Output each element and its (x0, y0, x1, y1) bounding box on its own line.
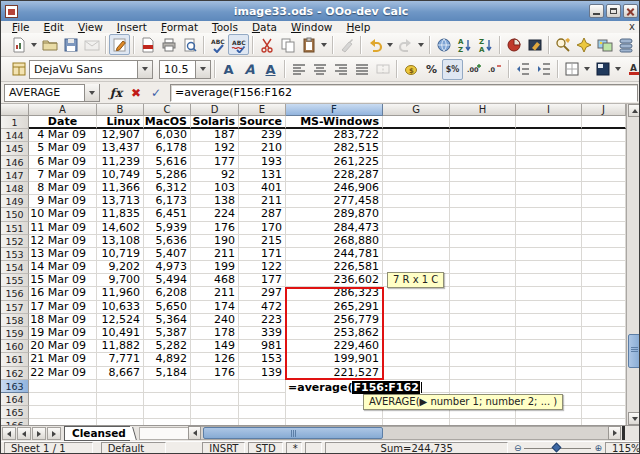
cell-I157[interactable] (516, 301, 582, 314)
cell-C160[interactable]: 5,282 (144, 340, 191, 353)
cell-E159[interactable]: 339 (239, 327, 286, 340)
cell-I156[interactable] (516, 287, 582, 300)
row-header-157[interactable]: 157 (1, 301, 29, 314)
row-header-154[interactable]: 154 (1, 261, 29, 274)
cell-C161[interactable]: 4,892 (144, 353, 191, 366)
cell-I162[interactable] (516, 367, 582, 380)
column-header-I[interactable]: I (516, 104, 582, 116)
row-header-158[interactable]: 158 (1, 314, 29, 327)
paste-icon[interactable] (298, 34, 319, 55)
cell-D146[interactable]: 177 (191, 156, 239, 169)
cell-I148[interactable] (516, 182, 582, 195)
cell-I160[interactable] (516, 340, 582, 353)
zoom-level[interactable]: 115% (605, 442, 640, 454)
cell-G161[interactable] (383, 353, 450, 366)
page-preview-icon[interactable] (179, 34, 200, 55)
cell-G146[interactable] (383, 156, 450, 169)
align-justified-icon[interactable] (351, 59, 372, 80)
column-header-H[interactable]: H (450, 104, 516, 116)
cell-J147[interactable] (582, 169, 626, 182)
cell-D161[interactable]: 126 (191, 353, 239, 366)
open-icon[interactable] (39, 34, 60, 55)
cell-B147[interactable]: 10,749 (97, 169, 144, 182)
cell-F152[interactable]: 268,880 (286, 235, 383, 248)
menu-help[interactable]: Help (339, 21, 377, 33)
underline-icon[interactable]: A (260, 59, 281, 80)
cell-I155[interactable] (516, 274, 582, 287)
cell-D153[interactable]: 211 (191, 248, 239, 261)
redo-dropdown-icon[interactable] (418, 43, 424, 47)
cell-A147[interactable]: 7 Mar 09 (29, 169, 97, 182)
cell-G156[interactable] (383, 287, 450, 300)
cell-A155[interactable]: 15 Mar 09 (29, 274, 97, 287)
cell-B150[interactable]: 11,835 (97, 208, 144, 221)
new-document-icon[interactable] (8, 34, 29, 55)
cell-I163[interactable] (516, 380, 582, 393)
borders-icon[interactable] (561, 59, 582, 80)
scroll-left-icon[interactable] (188, 426, 201, 440)
cell-H148[interactable] (450, 182, 516, 195)
currency-format-icon[interactable]: $ (400, 59, 421, 80)
cell-B165[interactable] (97, 406, 144, 419)
insert-mode-indicator[interactable]: INSRT (202, 442, 245, 454)
cell-A144[interactable]: 4 Mar 09 (29, 129, 97, 142)
accept-icon[interactable]: ✓ (146, 83, 166, 102)
column-header-A[interactable]: A (29, 104, 97, 116)
cell-G159[interactable] (383, 327, 450, 340)
cell-E144[interactable]: 239 (239, 129, 286, 142)
cell-F149[interactable]: 277,458 (286, 195, 383, 208)
align-right-icon[interactable] (330, 59, 351, 80)
cell-I1[interactable] (516, 116, 582, 129)
cell-H153[interactable] (450, 248, 516, 261)
selection-mode-indicator[interactable]: STD (248, 442, 282, 454)
cell-A164[interactable] (29, 393, 97, 406)
cell-J151[interactable] (582, 222, 626, 235)
cell-I153[interactable] (516, 248, 582, 261)
zoom-slider-thumb[interactable] (551, 443, 561, 453)
cell-I144[interactable] (516, 129, 582, 142)
export-pdf-icon[interactable] (137, 34, 158, 55)
cell-edit-overlay[interactable]: =average(F156:F162 (286, 380, 422, 394)
cell-C153[interactable]: 5,407 (144, 248, 191, 261)
cell-E156[interactable]: 297 (239, 287, 286, 300)
cell-H161[interactable] (450, 353, 516, 366)
cell-J152[interactable] (582, 235, 626, 248)
cell-D147[interactable]: 92 (191, 169, 239, 182)
cell-E153[interactable]: 171 (239, 248, 286, 261)
cell-A150[interactable]: 10 Mar 09 (29, 208, 97, 221)
cell-B146[interactable]: 11,239 (97, 156, 144, 169)
cell-F153[interactable]: 244,781 (286, 248, 383, 261)
data-sources-icon[interactable] (615, 34, 636, 55)
cell-B145[interactable]: 13,437 (97, 142, 144, 155)
cell-A152[interactable]: 12 Mar 09 (29, 235, 97, 248)
font-name-combobox[interactable]: DejaVu Sans (29, 60, 153, 79)
row-header-156[interactable]: 156 (1, 287, 29, 300)
cell-J165[interactable] (582, 406, 626, 419)
cell-D149[interactable]: 138 (191, 195, 239, 208)
cell-F158[interactable]: 256,779 (286, 314, 383, 327)
copy-icon[interactable] (277, 34, 298, 55)
sum-indicator[interactable]: Sum=244,735 (325, 442, 507, 454)
cell-G158[interactable] (383, 314, 450, 327)
cell-A1[interactable]: Date (29, 116, 97, 129)
cell-I161[interactable] (516, 353, 582, 366)
cell-I149[interactable] (516, 195, 582, 208)
gallery-icon[interactable] (594, 34, 615, 55)
cell-I159[interactable] (516, 327, 582, 340)
cell-E145[interactable]: 210 (239, 142, 286, 155)
scroll-right-icon[interactable] (608, 426, 621, 440)
row-header-163[interactable]: 163 (1, 380, 29, 393)
cell-D158[interactable]: 240 (191, 314, 239, 327)
cell-D148[interactable]: 103 (191, 182, 239, 195)
sheet-tab-cleansed[interactable]: Cleansed (64, 426, 130, 441)
first-sheet-icon[interactable] (2, 427, 16, 440)
cell-E155[interactable]: 177 (239, 274, 286, 287)
horizontal-scrollbar[interactable] (188, 426, 625, 440)
zoom-slider[interactable]: ⊖ ⊕ (514, 442, 602, 454)
cell-B162[interactable]: 8,667 (97, 367, 144, 380)
cell-H144[interactable] (450, 129, 516, 142)
cell-E164[interactable] (239, 393, 286, 406)
cell-E154[interactable]: 122 (239, 261, 286, 274)
cell-J160[interactable] (582, 340, 626, 353)
cell-D157[interactable]: 174 (191, 301, 239, 314)
